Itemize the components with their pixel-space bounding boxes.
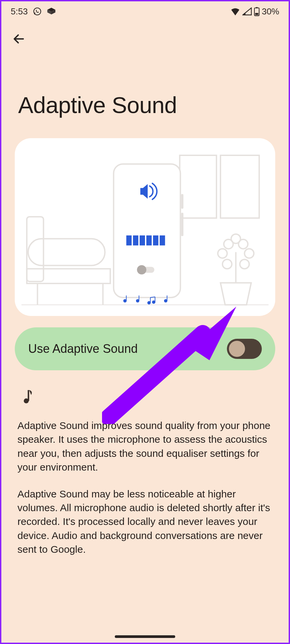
description-paragraph-2: Adaptive Sound may be less noticeable at…	[17, 487, 273, 556]
music-note-icon	[23, 389, 273, 405]
back-button[interactable]	[9, 30, 28, 48]
adaptive-sound-toggle-row[interactable]: Use Adaptive Sound	[15, 327, 275, 370]
whatsapp-icon	[33, 7, 42, 16]
svg-rect-22	[181, 213, 183, 236]
svg-rect-5	[27, 217, 44, 281]
svg-rect-25	[140, 235, 145, 246]
description-section: Adaptive Sound improves sound quality fr…	[1, 370, 289, 556]
svg-rect-23	[126, 235, 132, 246]
cellular-signal-icon	[242, 7, 252, 15]
status-bar: 5:53	[1, 1, 289, 21]
svg-rect-26	[146, 235, 152, 246]
svg-point-40	[164, 300, 167, 302]
clock: 5:53	[11, 6, 28, 17]
svg-point-13	[223, 260, 232, 269]
svg-point-31	[124, 300, 126, 302]
svg-point-19	[231, 234, 241, 244]
status-bar-right: 30%	[230, 6, 279, 17]
svg-rect-28	[160, 235, 165, 246]
svg-rect-43	[28, 390, 29, 401]
svg-rect-10	[180, 155, 216, 218]
status-bar-left: 5:53	[11, 6, 56, 17]
battery-percent: 30%	[262, 6, 279, 17]
wifi-icon	[230, 7, 240, 15]
page-title: Adaptive Sound	[1, 48, 289, 138]
battery-icon	[254, 7, 260, 16]
svg-point-33	[136, 300, 139, 302]
adaptive-sound-illustration	[15, 138, 275, 316]
svg-rect-21	[181, 194, 183, 209]
switch-knob	[229, 341, 245, 357]
svg-rect-27	[153, 235, 158, 246]
svg-point-36	[152, 301, 155, 304]
svg-rect-11	[221, 155, 259, 218]
package-icon	[47, 8, 56, 15]
svg-point-14	[240, 260, 249, 269]
svg-rect-3	[255, 13, 258, 15]
arrow-back-icon	[12, 32, 26, 46]
svg-rect-24	[133, 235, 138, 246]
svg-point-35	[148, 302, 150, 304]
svg-point-15	[218, 249, 227, 258]
svg-point-16	[244, 249, 254, 258]
illustration-svg	[15, 138, 275, 316]
svg-rect-20	[113, 164, 180, 298]
description-paragraph-1: Adaptive Sound improves sound quality fr…	[17, 419, 273, 474]
adaptive-sound-switch[interactable]	[227, 339, 262, 359]
gesture-nav-bar[interactable]	[115, 635, 175, 638]
svg-rect-2	[256, 7, 258, 8]
toggle-label: Use Adaptive Sound	[28, 342, 138, 356]
svg-point-30	[137, 265, 146, 274]
svg-rect-6	[28, 239, 105, 266]
